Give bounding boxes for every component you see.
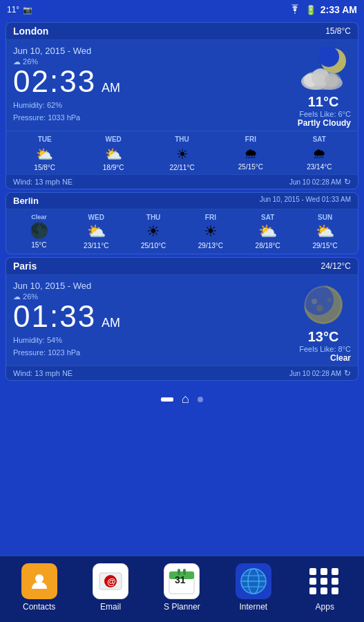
- contacts-label: Contacts: [23, 602, 55, 612]
- paris-main: Jun 10, 2015 - Wed ☁ 26% 01:33 AM Humidi…: [6, 275, 358, 366]
- paris-footer: Wind: 13 mph NE Jun 10 02:28 AM ↻: [6, 366, 358, 380]
- battery-level-text: 11°: [7, 5, 19, 15]
- forecast-day-1: WED ⛅ 18/9°C: [79, 135, 147, 171]
- paris-weather-icon: [296, 281, 351, 329]
- paris-temp: 13°C: [296, 329, 351, 345]
- paris-header: Paris 24/12°C: [6, 258, 358, 275]
- forecast-day-4: SAT 🌧 23/14°C: [285, 135, 354, 171]
- paris-date: Jun 10, 2015 - Wed: [13, 281, 120, 291]
- london-main: Jun 10, 2015 - Wed ☁ 26% 02:33 AM Humidi…: [6, 40, 358, 131]
- paris-condition: Clear: [296, 353, 351, 363]
- berlin-day-0: Clear 🌑 15°C: [10, 214, 68, 249]
- apps-icon: [307, 563, 343, 599]
- contacts-icon: [21, 563, 57, 599]
- london-footer: Wind: 13 mph NE Jun 10 02:28 AM ↻: [6, 174, 358, 189]
- london-temp-range: 15/8°C: [325, 26, 351, 36]
- svg-point-14: [35, 574, 44, 583]
- paris-ampm: AM: [102, 316, 120, 330]
- london-widget: London 15/8°C Jun 10, 2015 - Wed ☁ 26% 0…: [6, 22, 358, 189]
- berlin-day-1: WED ⛅ 23/11°C: [68, 214, 125, 249]
- dock-internet[interactable]: Internet: [226, 563, 281, 612]
- svg-point-1: [318, 46, 339, 67]
- london-ampm: AM: [102, 81, 120, 95]
- svg-point-12: [327, 298, 332, 302]
- refresh-icon[interactable]: ↻: [344, 177, 351, 187]
- london-pressure: Pressure: 1033 hPa: [13, 112, 120, 124]
- paris-city: Paris: [13, 261, 37, 272]
- email-icon: @: [93, 563, 128, 599]
- london-feels-like: Feels Like: 6°C: [296, 110, 351, 118]
- berlin-datetime: Jun 10, 2015 - Wed 01:33 AM: [260, 196, 351, 206]
- screenshot-icon: 📷: [23, 6, 32, 15]
- paris-temp-range: 24/12°C: [321, 261, 352, 271]
- london-forecast: TUE ⛅ 15/8°C WED ⛅ 18/9°C THU ☀ 22/11°C …: [6, 131, 358, 174]
- wifi-icon: [289, 4, 301, 16]
- berlin-city: Berlin: [13, 196, 39, 206]
- home-button-indicator: ⌂: [182, 392, 189, 406]
- paris-update: Jun 10 02:28 AM ↻: [289, 368, 351, 378]
- clock: 2:33 AM: [320, 4, 357, 15]
- paris-widget: Paris 24/12°C Jun 10, 2015 - Wed ☁ 26% 0…: [6, 257, 358, 381]
- forecast-day-0: TUE ⛅ 15/8°C: [10, 135, 79, 171]
- paris-wind: Wind: 13 mph NE: [13, 369, 73, 377]
- forecast-day-2: THU ☀ 22/11°C: [148, 135, 216, 171]
- email-label: Email: [100, 602, 121, 612]
- london-condition: Partly Cloudy: [296, 118, 351, 128]
- page-dot-1: [161, 397, 173, 402]
- svg-point-7: [325, 73, 338, 87]
- splanner-icon: 31: [164, 563, 200, 599]
- paris-refresh-icon[interactable]: ↻: [344, 368, 351, 378]
- svg-text:@: @: [107, 576, 116, 587]
- bottom-dock: Contacts @ Email 31 S Planner: [0, 556, 364, 622]
- dock-splanner[interactable]: 31 S Planner: [154, 563, 209, 612]
- dock-contacts[interactable]: Contacts: [12, 563, 67, 612]
- berlin-day-5: SUN ⛅ 29/15°C: [296, 214, 354, 249]
- forecast-day-3: FRI 🌧 25/15°C: [216, 135, 285, 171]
- berlin-header: Berlin Jun 10, 2015 - Wed 01:33 AM: [6, 193, 358, 209]
- berlin-day-2: THU ☀ 25/10°C: [125, 214, 182, 249]
- paris-feels-like: Feels Like: 8°C: [296, 345, 351, 353]
- berlin-day-3: FRI ☀ 29/13°C: [182, 214, 239, 249]
- berlin-forecast: Clear 🌑 15°C WED ⛅ 23/11°C THU ☀ 25/10°C…: [6, 209, 358, 254]
- svg-point-11: [316, 305, 323, 312]
- dock-email[interactable]: @ Email: [83, 563, 138, 612]
- internet-label: Internet: [240, 602, 268, 612]
- london-update: Jun 10 02:28 AM ↻: [289, 177, 351, 187]
- page-dot-2: [198, 397, 203, 402]
- internet-icon: [236, 563, 271, 599]
- splanner-label: S Planner: [164, 602, 200, 612]
- london-city: London: [13, 26, 48, 37]
- berlin-widget: Berlin Jun 10, 2015 - Wed 01:33 AM Clear…: [6, 192, 358, 254]
- paris-pressure: Pressure: 1023 hPa: [13, 347, 120, 359]
- battery-icon: 🔋: [305, 5, 316, 15]
- london-time: 02:33: [13, 66, 96, 97]
- paris-time: 01:33: [13, 301, 96, 332]
- london-humidity: Humidity: 62%: [13, 100, 120, 112]
- london-wind: Wind: 13 mph NE: [13, 178, 73, 186]
- london-header: London 15/8°C: [6, 23, 358, 40]
- svg-point-13: [312, 299, 317, 304]
- status-bar: 11° 📷 🔋 2:33 AM: [0, 0, 364, 19]
- london-date: Jun 10, 2015 - Wed: [13, 46, 120, 56]
- apps-label: Apps: [316, 602, 334, 612]
- paris-humidity: Humidity: 54%: [13, 334, 120, 347]
- london-temp: 11°C: [296, 94, 351, 110]
- page-indicators: ⌂: [0, 384, 364, 412]
- dock-apps[interactable]: Apps: [297, 563, 352, 612]
- berlin-day-4: SAT ⛅ 28/18°C: [239, 214, 296, 249]
- london-weather-icon: [296, 46, 351, 94]
- svg-text:31: 31: [175, 574, 186, 585]
